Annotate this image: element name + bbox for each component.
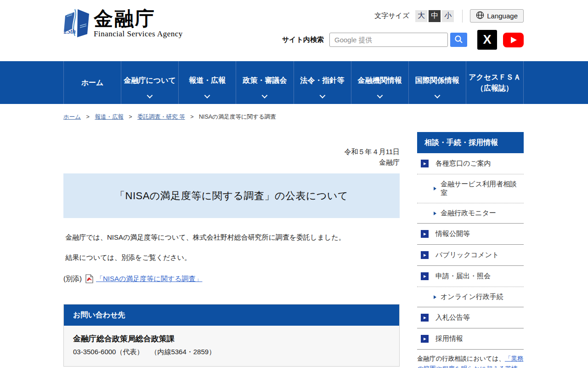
article: 令和５年４月11日 金融庁 「NISAの満足度等に関する調査」の公表について 金…	[63, 121, 400, 368]
breadcrumb-link-home[interactable]: ホーム	[63, 114, 81, 120]
arrow-right-icon	[421, 272, 429, 280]
sidebar-item-applications-notifications[interactable]: 申請・届出・照会	[417, 266, 524, 287]
attachment-row: (別添) 「NISAの満足度等に関する調査」	[63, 274, 400, 283]
contact-department: 金融庁総合政策局総合政策課	[73, 334, 390, 344]
sidebar-item-online-procedures[interactable]: オンライン行政手続	[417, 287, 524, 307]
main-nav: ホーム 金融庁について 報道・広報 政策・審議会 法令・指針等 金融機関情報 国…	[0, 61, 588, 104]
arrow-right-icon	[434, 212, 436, 215]
sidebar-item-financial-services-user-consultation[interactable]: 金融サービス利用者相談室	[417, 174, 524, 203]
arrow-right-icon	[434, 187, 436, 190]
arrow-right-icon	[421, 314, 429, 322]
site-title: 金融庁	[94, 8, 183, 29]
chevron-down-icon	[319, 92, 325, 98]
arrow-right-icon	[434, 295, 436, 299]
chevron-down-icon	[204, 92, 210, 98]
contact-box: お問い合わせ先 金融庁総合政策局総合政策課 03-3506-6000（代表） （…	[63, 304, 400, 367]
site-header: 25th 金融庁 Financial Services Agency 文字サイズ…	[0, 0, 588, 61]
sidebar-item-recruitment[interactable]: 採用情報	[417, 328, 524, 350]
font-size-label: 文字サイズ	[374, 12, 409, 20]
chevron-down-icon	[147, 92, 153, 98]
sidebar-heading: 相談・手続・採用情報	[417, 132, 524, 153]
language-button[interactable]: Language	[470, 9, 524, 23]
nav-item-home[interactable]: ホーム	[63, 61, 121, 104]
breadcrumb-current: NISAの満足度等に関する調査	[199, 114, 276, 120]
x-social-button[interactable]: X	[477, 30, 497, 50]
breadcrumb-separator: >	[129, 114, 132, 120]
chevron-down-icon	[434, 92, 440, 98]
font-size-medium-button[interactable]: 中	[429, 10, 441, 22]
site-subtitle: Financial Services Agency	[94, 29, 183, 39]
language-button-label: Language	[487, 12, 518, 20]
sidebar-item-information-disclosure[interactable]: 情報公開等	[417, 224, 524, 245]
sidebar-item-financial-administration-monitor[interactable]: 金融行政モニター	[417, 203, 524, 224]
search-icon	[454, 35, 463, 45]
sidebar-item-bid-announcements[interactable]: 入札公告等	[417, 307, 524, 328]
font-size-small-button[interactable]: 小	[442, 10, 454, 22]
article-date-block: 令和５年４月11日 金融庁	[63, 146, 400, 167]
youtube-play-icon	[511, 37, 517, 43]
svg-text:25th: 25th	[63, 28, 76, 35]
breadcrumb-link-press-pr[interactable]: 報道・広報	[95, 114, 124, 120]
article-title-box: 「NISAの満足度等に関する調査」の公表について	[63, 173, 400, 218]
arrow-right-icon	[421, 335, 429, 343]
breadcrumb: ホーム > 報道・広報 > 委託調査・研究 等 > NISAの満足度等に関する調…	[63, 113, 588, 121]
nav-item-laws-guidelines[interactable]: 法令・指針等	[294, 61, 351, 104]
nav-item-international[interactable]: 国際関係情報	[408, 61, 466, 104]
article-agency: 金融庁	[63, 157, 400, 167]
sidebar: 相談・手続・採用情報 各種窓口のご案内 金融サービス利用者相談室 金融行政モニタ…	[417, 132, 524, 368]
fsa-logo[interactable]: 25th 金融庁 Financial Services Agency	[63, 8, 183, 50]
site-search-label: サイト内検索	[282, 35, 324, 44]
breadcrumb-separator: >	[86, 114, 90, 120]
article-paragraph: 金融庁では、NISAの満足度等について、株式会社野村総合研究所に調査を委託しまし…	[63, 233, 400, 242]
attachment-prefix: (別添)	[63, 275, 82, 283]
font-size-large-button[interactable]: 大	[415, 10, 427, 22]
sidebar-item-contact-points[interactable]: 各種窓口のご案内	[417, 153, 524, 174]
attachment-pdf-link[interactable]: 「NISAの満足度等に関する調査」	[96, 275, 202, 283]
article-date: 令和５年４月11日	[63, 146, 400, 157]
nav-item-access-fsa[interactable]: アクセスＦＳＡ （広報誌）	[466, 61, 524, 104]
header-divider	[462, 10, 463, 23]
chevron-down-icon	[262, 92, 268, 98]
contact-phone: 03-3506-6000（代表） （内線5364・2859）	[73, 348, 390, 356]
globe-icon	[476, 11, 484, 21]
chevron-down-icon	[377, 92, 383, 98]
article-paragraph: 結果については、別添をご覧ください。	[63, 253, 400, 262]
arrow-right-icon	[421, 230, 429, 238]
breadcrumb-separator: >	[190, 114, 193, 120]
arrow-right-icon	[421, 160, 429, 167]
nav-item-about-fsa[interactable]: 金融庁について	[121, 61, 178, 104]
youtube-button[interactable]	[503, 33, 524, 47]
site-search-input[interactable]	[329, 33, 448, 47]
pdf-file-icon	[85, 274, 93, 283]
contact-heading: お問い合わせ先	[64, 305, 399, 326]
search-button[interactable]	[450, 33, 467, 47]
sidebar-note: 金融庁の行政相談においては、「業務の範囲や程度を明らかに超える苦情相談」への対応…	[417, 354, 524, 368]
nav-item-financial-institutions[interactable]: 金融機関情報	[351, 61, 408, 104]
sidebar-item-public-comments[interactable]: パブリックコメント	[417, 245, 524, 266]
breadcrumb-link-commissioned-research[interactable]: 委託調査・研究 等	[137, 114, 185, 120]
arrow-right-icon	[421, 251, 429, 259]
page-title: 「NISAの満足度等に関する調査」の公表について	[115, 189, 348, 203]
x-icon: X	[483, 33, 491, 47]
nav-item-policy-councils[interactable]: 政策・審議会	[236, 61, 293, 104]
nav-item-press-pr[interactable]: 報道・広報	[178, 61, 236, 104]
fsa-emblem-icon: 25th	[63, 8, 90, 44]
